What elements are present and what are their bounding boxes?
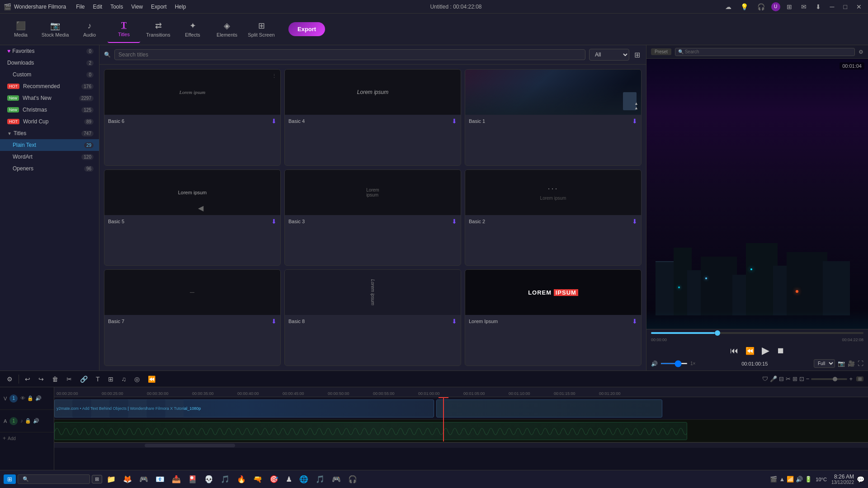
menu-tools[interactable]: Tools <box>107 3 127 11</box>
video-clip-continuation[interactable] <box>436 399 662 418</box>
full-frame-icon[interactable]: ⊞ <box>856 376 863 381</box>
basic6-options-icon[interactable]: ⋮ <box>272 73 277 79</box>
speed-control[interactable]: 1× <box>690 361 695 366</box>
toolbar-titles[interactable]: T Titles <box>108 16 140 43</box>
volume-slider[interactable] <box>660 363 688 364</box>
taskbar-skull-icon[interactable]: 💀 <box>202 474 216 485</box>
audio-clip-main[interactable] <box>54 422 687 440</box>
toolbar-stock-media[interactable]: 📷 Stock Media <box>39 16 71 43</box>
clock-area[interactable]: 8:26 AM 13/12/2022 <box>831 474 854 485</box>
menu-view[interactable]: View <box>127 3 146 11</box>
taskbar-folder-icon[interactable]: 📁 <box>104 474 118 485</box>
sidebar-item-recommended[interactable]: HOT Recommended 176 <box>0 80 99 92</box>
playhead[interactable]: ✂ <box>443 397 444 441</box>
text-tool-icon[interactable]: T <box>94 374 102 384</box>
link-icon[interactable]: 🔗 <box>78 374 90 384</box>
scrollbar-thumb[interactable] <box>145 444 235 447</box>
zoom-in-icon[interactable]: + <box>849 375 853 382</box>
sidebar-item-openers[interactable]: Openers 96 <box>0 163 99 174</box>
quality-select[interactable]: Full 1/2 1/4 <box>814 359 835 368</box>
taskbar-game2-icon[interactable]: 🎮 <box>329 474 344 485</box>
eye-icon[interactable]: 👁 <box>20 395 25 401</box>
taskbar-target-icon[interactable]: 🎯 <box>267 474 281 485</box>
audio-adjust-icon[interactable]: ♫ <box>119 374 129 384</box>
fullscreen-icon[interactable]: ⛶ <box>858 360 863 367</box>
camera-icon[interactable]: 🎥 <box>848 360 855 367</box>
volume-icon[interactable]: 🔊 <box>651 361 658 367</box>
toolbar-effects[interactable]: ✦ Effects <box>176 16 209 43</box>
preview-filter-icon[interactable]: ⚙ <box>859 49 863 55</box>
timeline-pip-icon[interactable]: ⊞ <box>793 375 797 382</box>
snap-icon[interactable]: ◎ <box>132 374 142 384</box>
toolbar-media[interactable]: ⬛ Media <box>5 16 37 43</box>
zoom-slider[interactable] <box>811 378 847 380</box>
basic6-download-icon[interactable]: ⬇ <box>271 117 277 125</box>
grid-icon[interactable]: ⊞ <box>784 2 795 11</box>
taskbar-mail-icon[interactable]: 📧 <box>153 474 167 485</box>
sidebar-item-wordart[interactable]: WordArt 120 <box>0 151 99 163</box>
tray-filmora-icon[interactable]: 🎬 <box>770 476 777 483</box>
taskbar-music-icon[interactable]: 🎵 <box>218 474 232 485</box>
sidebar-item-titles[interactable]: ▼ Titles 747 <box>0 127 99 139</box>
audio-lock-icon[interactable]: 🔒 <box>25 418 31 424</box>
title-card-lorem-styled[interactable]: LOREM IPSUM Lorem Ipsum ⬇ <box>465 269 642 366</box>
preview-timeline-bar[interactable] <box>651 332 863 334</box>
taskbar-headphones-icon[interactable]: 🎧 <box>345 474 360 485</box>
toolbar-split-screen[interactable]: ⊞ Split Screen <box>245 16 278 43</box>
close-button[interactable]: ✕ <box>854 2 864 11</box>
download-system-icon[interactable]: ⬇ <box>813 2 824 11</box>
menu-file[interactable]: File <box>72 3 88 11</box>
basic1-download-icon[interactable]: ⬇ <box>632 117 637 125</box>
note-icon[interactable]: ♪ <box>20 418 23 424</box>
taskbar-file-manager[interactable]: ⊞ <box>92 475 102 483</box>
title-card-basic3[interactable]: Loremipsum Basic 3 ⬇ <box>284 169 461 266</box>
timeline-shield-icon[interactable]: 🛡 <box>762 375 768 382</box>
menu-help[interactable]: Help <box>171 3 190 11</box>
taskbar-firefox-icon[interactable]: 🦊 <box>120 474 135 485</box>
taskbar-game1-icon[interactable]: 🎮 <box>137 474 151 485</box>
cut-icon[interactable]: ✂ <box>64 374 74 384</box>
lorem-styled-download-icon[interactable]: ⬇ <box>632 318 637 325</box>
cloud-icon[interactable]: ☁ <box>722 2 734 11</box>
basic2-download-icon[interactable]: ⬇ <box>632 218 637 225</box>
timeline-mic-icon[interactable]: 🎤 <box>770 375 777 382</box>
sidebar-item-plain-text[interactable]: Plain Text 29 <box>0 139 99 151</box>
tray-sound-icon[interactable]: 🔊 <box>796 476 803 483</box>
sidebar-item-favorites[interactable]: ♥ Favorites 0 <box>0 45 99 57</box>
title-card-basic7[interactable]: | Basic 7 ⬇ <box>104 269 281 366</box>
tray-battery-icon[interactable]: 🔋 <box>805 476 812 483</box>
headphones-icon[interactable]: 🎧 <box>755 2 768 11</box>
sidebar-item-custom[interactable]: Custom 0 <box>0 69 99 80</box>
marker-icon[interactable]: ⏪ <box>146 374 158 384</box>
audio-speaker-icon[interactable]: 🔊 <box>33 418 39 424</box>
title-card-basic6[interactable]: Lorem ipsum ⋮ Basic 6 ⬇ <box>104 69 281 166</box>
taskbar-card-icon[interactable]: 🎴 <box>185 474 200 485</box>
start-button[interactable]: ⊞ <box>4 474 16 484</box>
screenshot-icon[interactable]: 📷 <box>838 360 845 367</box>
basic8-download-icon[interactable]: ⬇ <box>452 318 457 325</box>
title-card-basic1[interactable]: ▲▲ Basic 1 ⬇ <box>465 69 642 166</box>
maximize-button[interactable]: □ <box>841 2 850 11</box>
lock-icon[interactable]: 🔒 <box>27 395 33 401</box>
timeline-subtitle-icon[interactable]: ⊡ <box>799 375 804 382</box>
step-back-button[interactable]: ⏪ <box>745 347 755 355</box>
avatar-icon[interactable]: U <box>771 2 780 11</box>
menu-export[interactable]: Export <box>147 3 170 11</box>
toolbar-audio[interactable]: ♪ Audio <box>73 16 106 43</box>
basic3-download-icon[interactable]: ⬇ <box>452 218 457 225</box>
taskbar-music2-icon[interactable]: 🎵 <box>313 474 327 485</box>
toolbar-elements[interactable]: ◈ Elements <box>211 16 243 43</box>
playhead-handle[interactable]: ✂ <box>439 397 448 398</box>
delete-icon[interactable]: 🗑 <box>50 374 61 384</box>
preview-scrub-thumb[interactable] <box>715 330 720 336</box>
lightbulb-icon[interactable]: 💡 <box>738 2 751 11</box>
grid-view-toggle[interactable]: ⊞ <box>633 49 642 61</box>
filter-dropdown[interactable]: All Basic Animated Stylish <box>589 49 629 61</box>
preview-search[interactable]: 🔍 Search <box>675 48 855 56</box>
tray-wifi-icon[interactable]: 📶 <box>787 476 794 483</box>
timeline-cut2-icon[interactable]: ✂ <box>786 375 791 382</box>
basic7-download-icon[interactable]: ⬇ <box>271 318 277 325</box>
stop-button[interactable]: ⏹ <box>777 346 785 356</box>
timeline-mix-icon[interactable]: ⊟ <box>779 375 784 382</box>
taskbar-dl-icon[interactable]: 📥 <box>169 474 184 485</box>
